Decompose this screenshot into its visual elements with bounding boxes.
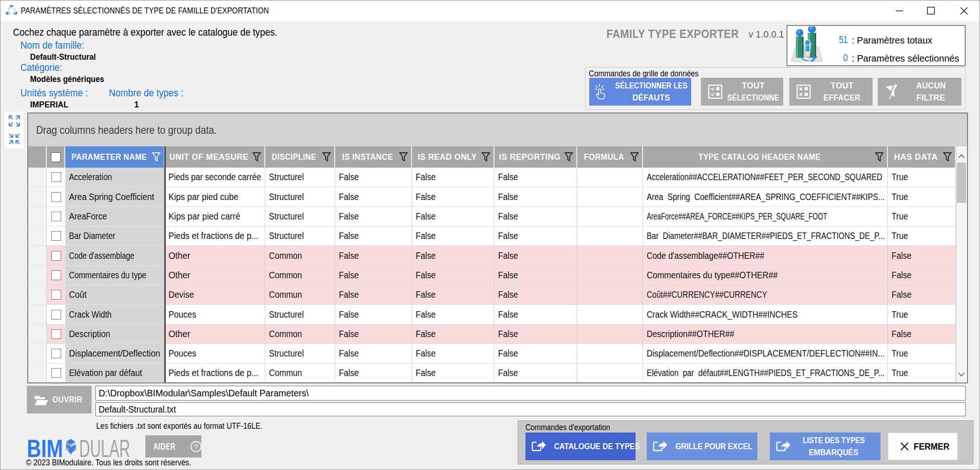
svg-text:?: ? [194,442,198,450]
